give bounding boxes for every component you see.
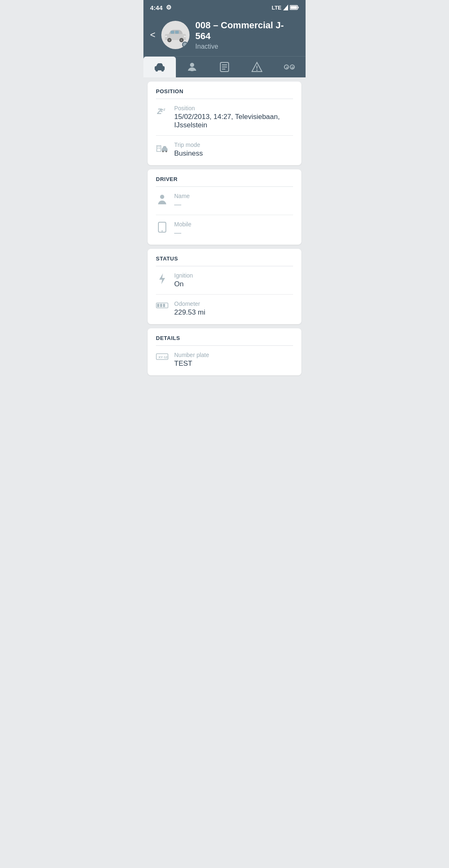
svg-rect-6 <box>175 31 179 34</box>
svg-rect-46 <box>163 304 165 307</box>
main-content: POSITION Z z z Position 15/02/2013, 14:2… <box>143 77 306 388</box>
position-section-title: POSITION <box>156 88 293 99</box>
vehicle-inactive-status: Inactive <box>195 43 299 50</box>
position-card: POSITION Z z z Position 15/02/2013, 14:2… <box>148 82 301 165</box>
list-tab-icon <box>220 62 229 72</box>
status-bar-right: LTE <box>271 5 299 11</box>
vehicle-info: 008 – Commercial J-564 Inactive <box>195 20 299 50</box>
driver-tab-icon <box>187 62 197 72</box>
svg-rect-11 <box>165 36 167 37</box>
number-plate-label: Number plate <box>174 352 293 358</box>
mobile-label: Mobile <box>174 221 293 228</box>
details-section-title: DETAILS <box>156 335 293 346</box>
vehicle-header: < 008 – Commercial J-564 Inactive <box>143 15 306 56</box>
svg-text:B: B <box>291 66 294 69</box>
tab-vehicle[interactable] <box>143 57 176 77</box>
bolt-icon <box>156 273 168 285</box>
tab-alert[interactable] <box>241 57 273 77</box>
sleep-icon: Z z z <box>156 106 168 117</box>
vehicle-status-dot <box>182 42 188 47</box>
trip-mode-value: Business <box>174 149 293 158</box>
number-plate-field-row: XY·123 Number plate TEST <box>156 346 293 368</box>
vehicle-title: 008 – Commercial J-564 <box>195 20 299 42</box>
number-plate-value: TEST <box>174 360 293 368</box>
svg-point-15 <box>161 69 164 72</box>
svg-point-40 <box>160 195 164 199</box>
svg-point-39 <box>165 151 167 152</box>
svg-rect-36 <box>159 148 160 149</box>
svg-text:z: z <box>160 107 163 113</box>
trip-mode-icon <box>156 142 168 152</box>
position-field-row: Z z z Position 15/02/2013, 14:27, Televi… <box>156 99 293 136</box>
svg-rect-12 <box>184 36 185 37</box>
svg-rect-33 <box>158 146 158 147</box>
trip-mode-field-content: Trip mode Business <box>174 141 293 158</box>
time-display: 4:44 <box>150 4 163 11</box>
svg-point-8 <box>168 40 170 41</box>
tab-driver[interactable] <box>176 57 208 77</box>
trip-mode-field-row: Trip mode Business <box>156 136 293 158</box>
svg-rect-45 <box>160 304 162 307</box>
svg-marker-42 <box>159 273 165 284</box>
svg-point-10 <box>180 40 182 41</box>
mobile-field-content: Mobile — <box>174 221 293 237</box>
ignition-value: On <box>174 280 293 288</box>
svg-rect-32 <box>157 146 161 151</box>
svg-rect-34 <box>159 146 160 147</box>
plate-icon: XY·123 <box>156 352 168 361</box>
vehicle-avatar <box>161 21 190 49</box>
svg-rect-35 <box>158 148 158 149</box>
odometer-field-content: Odometer 229.53 mi <box>174 300 293 317</box>
ignition-field-row: Ignition On <box>156 266 293 295</box>
svg-point-14 <box>155 69 158 72</box>
phone-icon <box>156 222 168 233</box>
name-label: Name <box>174 193 293 199</box>
number-plate-field-content: Number plate TEST <box>174 352 293 368</box>
route-tab-icon: A B <box>284 62 295 72</box>
position-value: 15/02/2013, 14:27, Televisiebaan, IJssel… <box>174 113 293 129</box>
svg-marker-0 <box>283 5 288 10</box>
svg-point-24 <box>257 69 258 71</box>
odometer-icon <box>156 301 168 309</box>
svg-text:A: A <box>286 66 289 69</box>
odometer-value: 229.53 mi <box>174 308 293 317</box>
svg-text:XY·123: XY·123 <box>158 355 168 359</box>
ignition-label: Ignition <box>174 272 293 279</box>
back-button[interactable]: < <box>150 30 155 40</box>
tab-route[interactable]: A B <box>273 57 306 77</box>
mobile-value: — <box>174 229 293 237</box>
position-field-content: Position 15/02/2013, 14:27, Televisiebaa… <box>174 105 293 129</box>
svg-point-16 <box>190 63 194 67</box>
ignition-field-content: Ignition On <box>174 272 293 288</box>
name-value: — <box>174 201 293 209</box>
svg-rect-17 <box>190 68 194 71</box>
car-tab-icon <box>154 62 165 72</box>
details-card: DETAILS XY·123 Number plate TEST <box>148 328 301 375</box>
driver-card: DRIVER Name — Mobile — <box>148 169 301 245</box>
tab-list[interactable] <box>208 57 241 77</box>
status-section-title: STATUS <box>156 255 293 266</box>
tab-bar: A B <box>143 56 306 77</box>
svg-rect-44 <box>157 304 159 307</box>
person-icon <box>156 193 168 205</box>
status-bar: 4:44 ⚙ LTE <box>143 0 306 15</box>
car-image <box>163 27 187 43</box>
mobile-field-row: Mobile — <box>156 215 293 237</box>
svg-point-41 <box>162 230 163 231</box>
status-card: STATUS Ignition On <box>148 249 301 324</box>
alert-tab-icon <box>252 62 262 72</box>
odometer-label: Odometer <box>174 300 293 307</box>
svg-rect-5 <box>170 31 174 34</box>
svg-rect-2 <box>291 6 297 9</box>
driver-section-title: DRIVER <box>156 176 293 187</box>
battery-icon <box>290 5 299 10</box>
odometer-field-row: Odometer 229.53 mi <box>156 295 293 317</box>
svg-rect-3 <box>298 7 299 8</box>
position-label: Position <box>174 105 293 112</box>
svg-text:z: z <box>163 107 165 112</box>
name-field-content: Name — <box>174 193 293 209</box>
signal-icon <box>283 5 288 10</box>
status-bar-left: 4:44 ⚙ <box>150 4 171 11</box>
name-field-row: Name — <box>156 187 293 215</box>
svg-point-38 <box>162 151 164 152</box>
